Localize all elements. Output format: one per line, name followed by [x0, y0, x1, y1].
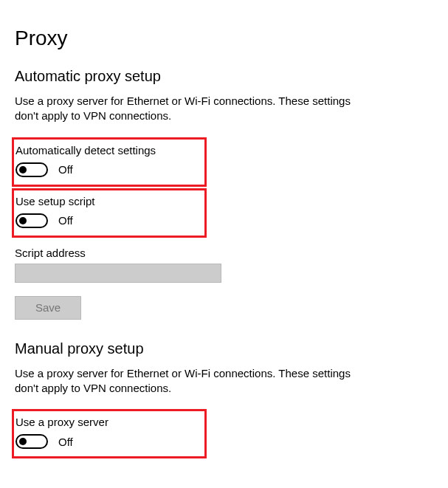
use-script-toggle[interactable]	[15, 213, 48, 228]
section-desc-automatic: Use a proxy server for Ethernet or Wi-Fi…	[15, 94, 369, 124]
use-proxy-group: Use a proxy server Off	[12, 409, 207, 458]
auto-detect-label: Automatically detect settings	[15, 144, 200, 157]
auto-detect-group: Automatically detect settings Off	[12, 137, 207, 187]
use-script-state: Off	[58, 214, 73, 227]
use-proxy-label: Use a proxy server	[15, 416, 200, 428]
use-script-label: Use setup script	[15, 195, 200, 207]
use-proxy-toggle[interactable]	[15, 434, 48, 449]
toggle-knob-icon	[19, 438, 27, 445]
use-script-group: Use setup script Off	[12, 188, 207, 238]
auto-detect-toggle[interactable]	[15, 162, 48, 177]
use-proxy-state: Off	[58, 436, 73, 448]
section-title-manual: Manual proxy setup	[15, 340, 433, 357]
section-title-automatic: Automatic proxy setup	[15, 68, 433, 85]
script-address-label: Script address	[15, 247, 433, 259]
auto-detect-state: Off	[58, 163, 73, 176]
section-desc-manual: Use a proxy server for Ethernet or Wi-Fi…	[15, 366, 369, 396]
page-title: Proxy	[15, 27, 433, 50]
toggle-knob-icon	[19, 166, 27, 173]
save-button[interactable]: Save	[15, 296, 81, 320]
script-address-input[interactable]	[15, 264, 221, 283]
toggle-knob-icon	[19, 217, 27, 224]
